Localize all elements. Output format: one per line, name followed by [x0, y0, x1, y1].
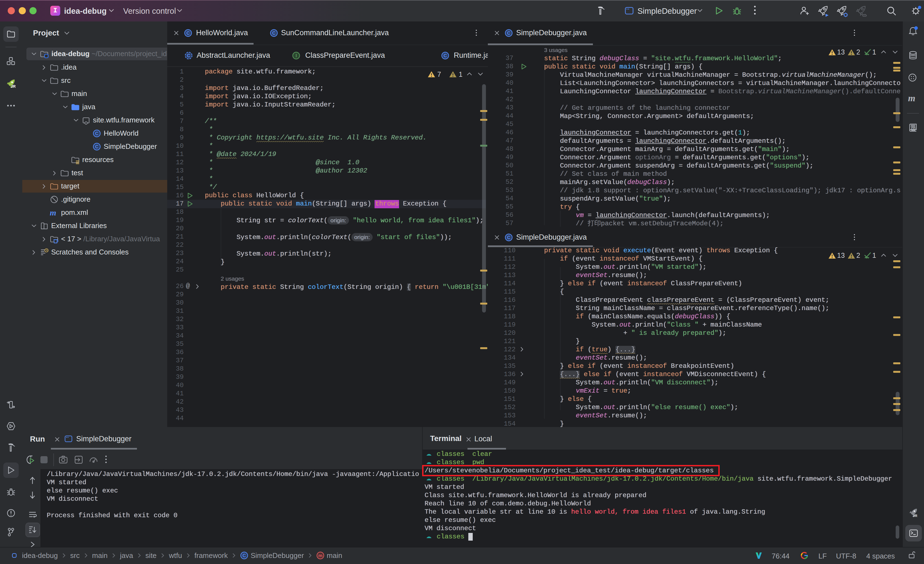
svg-text:C: C — [507, 30, 510, 36]
svg-text:m: m — [318, 553, 322, 558]
svg-text:C: C — [95, 131, 99, 136]
svg-text:I: I — [296, 53, 297, 58]
svg-text:C: C — [186, 30, 190, 36]
svg-text:C: C — [444, 53, 447, 58]
svg-text:C: C — [187, 53, 190, 58]
svg-text:JR: JR — [913, 514, 917, 518]
svg-text:C: C — [272, 30, 276, 36]
svg-text:C: C — [243, 553, 246, 558]
svg-text:C: C — [95, 144, 99, 149]
svg-text:JR: JR — [11, 84, 16, 89]
svg-text:C: C — [507, 235, 510, 240]
svg-text:A: A — [912, 127, 914, 131]
